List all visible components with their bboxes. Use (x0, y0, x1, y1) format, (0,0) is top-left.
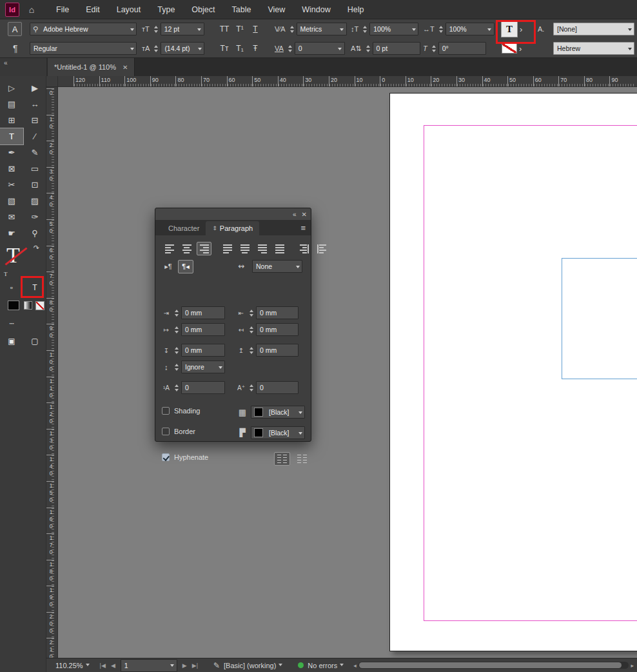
close-tab-icon[interactable]: ✕ (122, 64, 128, 71)
screen-mode-normal-button[interactable]: ▣ (0, 332, 23, 350)
horizontal-scale-dropdown[interactable]: 100% (446, 23, 495, 35)
pasteboard[interactable] (58, 87, 637, 658)
horizontal-ruler[interactable]: 1201101009080706050403020100102030405060… (58, 76, 637, 87)
menu-item[interactable]: Layout (108, 0, 150, 19)
zoom-tool[interactable]: ⚲ (23, 225, 46, 241)
apply-color-button[interactable] (8, 301, 19, 310)
hand-tool[interactable]: ☛ (0, 225, 23, 241)
fill-none-swatch[interactable] (502, 43, 517, 54)
dashed-frame-icon[interactable]: ┄ (0, 315, 23, 332)
chevron-down-icon[interactable] (336, 43, 344, 54)
collapse-panel-icon[interactable]: « (293, 211, 297, 218)
direct-selection-tool[interactable]: ▶ (23, 80, 46, 96)
chevron-down-icon[interactable] (128, 23, 136, 35)
menu-item[interactable]: Help (339, 0, 373, 19)
menu-item[interactable]: Table (223, 0, 259, 19)
baseline-shift-stepper[interactable] (365, 45, 371, 52)
all-caps-button[interactable]: TT (217, 22, 232, 36)
chevron-down-icon[interactable] (293, 261, 302, 272)
chevron-down-icon[interactable] (485, 23, 494, 35)
tracking-dropdown[interactable]: 0 (295, 42, 345, 55)
font-size-stepper[interactable] (153, 26, 159, 33)
apply-none-button[interactable] (35, 301, 44, 310)
text-frame[interactable] (562, 258, 637, 379)
next-page-button[interactable]: ▶ (182, 662, 187, 669)
menu-item[interactable]: View (259, 0, 293, 19)
gradient-swatch-tool[interactable]: ▧ (0, 193, 23, 209)
panel-menu-icon[interactable]: ≡ (300, 223, 306, 233)
drop-cap-chars-stepper[interactable] (248, 384, 255, 391)
chevron-down-icon[interactable] (296, 406, 304, 418)
skew-stepper[interactable] (431, 45, 437, 52)
kashida-dropdown[interactable]: None (252, 260, 302, 273)
menu-item[interactable]: Type (149, 0, 183, 19)
line-tool[interactable]: ∕ (23, 128, 46, 144)
shading-color-dropdown[interactable]: [Black] (251, 406, 305, 419)
drop-cap-lines-stepper[interactable] (173, 384, 180, 391)
drop-cap-chars-field[interactable]: 0 (256, 381, 299, 394)
align-left-button[interactable] (162, 242, 177, 255)
last-line-indent-field[interactable]: 0 mm (256, 323, 299, 336)
kerning-dropdown[interactable]: Metrics (297, 23, 347, 35)
type-tool[interactable]: T (0, 128, 23, 144)
scissors-tool[interactable]: ✂ (0, 177, 23, 193)
close-panel-icon[interactable]: ✕ (302, 211, 307, 218)
last-page-button[interactable]: ▶| (192, 662, 198, 669)
rectangle-tool[interactable]: ▭ (23, 161, 46, 177)
shading-checkbox[interactable] (162, 407, 170, 415)
flyout-chevron-icon[interactable]: › (519, 44, 522, 54)
menu-item[interactable]: Object (183, 0, 223, 19)
kerning-stepper[interactable] (289, 26, 295, 33)
chevron-down-icon[interactable] (216, 361, 224, 373)
font-size-dropdown[interactable]: 12 pt (161, 23, 204, 35)
leading-dropdown[interactable]: (14.4 pt) (161, 42, 204, 55)
formatting-affects-text-button[interactable]: T (23, 279, 46, 296)
space-after-field[interactable]: 0 mm (256, 344, 299, 357)
panel-title-bar[interactable]: « ✕ (155, 208, 311, 220)
first-page-button[interactable]: |◀ (100, 662, 106, 669)
border-color-dropdown[interactable]: [Black] (251, 426, 305, 439)
previous-page-button[interactable]: ◀ (111, 662, 115, 669)
menu-item[interactable]: Edit (77, 0, 108, 19)
right-indent-stepper[interactable] (248, 310, 255, 317)
scroll-right-icon[interactable]: ▸ (629, 662, 636, 669)
composer-ltr-icon[interactable] (274, 452, 290, 466)
vertical-scale-stepper[interactable] (362, 26, 368, 33)
left-indent-stepper[interactable] (173, 310, 180, 317)
content-placer-tool[interactable]: ⊟ (23, 112, 46, 128)
justify-last-center-button[interactable] (237, 242, 252, 255)
home-icon[interactable]: ⌂ (23, 5, 40, 15)
superscript-button[interactable]: T¹ (232, 22, 248, 36)
chevron-down-icon[interactable] (409, 23, 418, 35)
chevron-down-icon[interactable] (338, 23, 346, 35)
page-number-dropdown[interactable]: 1 (121, 659, 177, 672)
hyphenate-checkbox[interactable] (162, 453, 170, 461)
character-direction-button[interactable]: T (501, 21, 518, 37)
character-style-dropdown[interactable]: [None] (553, 23, 634, 35)
scrollbar-track[interactable] (358, 662, 629, 669)
screen-mode-preview-button[interactable]: ▢ (23, 332, 46, 350)
font-family-dropdown[interactable]: ⚲ Adobe Hebrew (30, 23, 137, 35)
last-line-indent-stepper[interactable] (248, 326, 255, 333)
free-transform-tool[interactable]: ⊡ (23, 177, 46, 193)
note-tool[interactable]: ✉ (0, 209, 23, 225)
ruler-origin-corner[interactable] (46, 76, 58, 87)
pencil-tool[interactable]: ✎ (23, 144, 46, 161)
apply-gradient-button[interactable] (24, 301, 32, 310)
formatting-affects-container-button[interactable]: ▫ (0, 279, 23, 296)
chevron-down-icon[interactable] (625, 43, 634, 54)
justify-last-right-button[interactable] (255, 242, 270, 255)
small-caps-button[interactable]: Tᴛ (217, 41, 232, 55)
scrollbar-thumb[interactable] (359, 662, 622, 668)
skew-field[interactable]: 0° (438, 42, 486, 55)
expand-panel-icon[interactable]: ⇕ (212, 221, 217, 235)
first-line-indent-stepper[interactable] (173, 326, 180, 333)
left-indent-field[interactable]: 0 mm (181, 306, 225, 319)
gradient-feather-tool[interactable]: ▨ (23, 193, 46, 209)
align-right-button[interactable] (197, 242, 211, 255)
menu-item[interactable]: Window (293, 0, 338, 19)
chevron-down-icon[interactable] (128, 43, 136, 54)
drop-cap-lines-field[interactable]: 0 (181, 381, 225, 394)
page-tool[interactable]: ▤ (0, 96, 23, 112)
horizontal-scrollbar[interactable]: ◂ ▸ (351, 662, 636, 669)
